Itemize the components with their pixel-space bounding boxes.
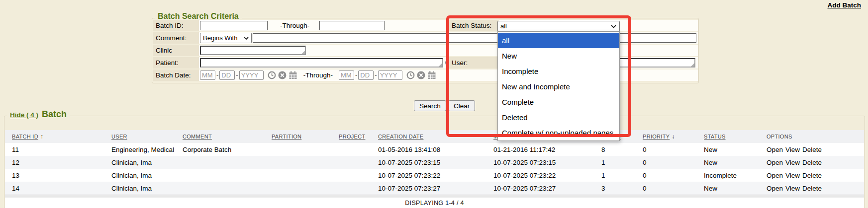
batch-date-to-yyyy-input[interactable] [378, 70, 402, 80]
batch-date-label: Batch Date: [153, 69, 199, 81]
cell-user: Clinician, Ima [111, 172, 183, 179]
cell-comment: Corporate Batch [183, 146, 272, 153]
batch-status-select[interactable]: all [497, 21, 620, 31]
table-row: 13 Clinician, Ima 10-07-2025 07:23:22 10… [5, 169, 864, 182]
batch-status-label: Batch Status: [447, 20, 499, 31]
clinic-location-label: Clinic Location: [153, 45, 199, 56]
cell-creation-date: 10-07-2025 07:23:27 [378, 185, 493, 192]
date-separator: - [236, 71, 238, 79]
batch-date-through-label: -Through- [303, 71, 333, 79]
batch-date-from-dd-input[interactable] [219, 70, 235, 80]
batch-date-from-mm-input[interactable] [200, 70, 215, 80]
clear-button[interactable]: Clear [448, 100, 475, 111]
view-link[interactable]: View [785, 172, 800, 179]
col-creation-date: CREATION DATE [378, 134, 493, 139]
delete-link[interactable]: Delete [802, 146, 822, 153]
comment-match-value: Begins With [203, 34, 237, 42]
search-button[interactable]: Search [414, 100, 446, 111]
col-project-link[interactable]: PROJECT [339, 134, 365, 139]
calendar-icon[interactable] [289, 71, 297, 79]
col-options: OPTIONS [767, 134, 864, 139]
batch-status-option[interactable]: Complete w/ non-uploaded pages [498, 125, 619, 140]
col-comment-link[interactable]: COMMENT [183, 134, 212, 139]
batch-results-legend: Hide ( 4 )Batch [7, 109, 70, 120]
chevron-down-icon [611, 25, 616, 28]
batch-status-option[interactable]: New [498, 48, 619, 64]
col-user-link[interactable]: USER [111, 134, 127, 139]
batch-id-from-field [200, 21, 268, 30]
cell-modification-date: 10-07-2025 07:23:27 [493, 185, 601, 192]
col-priority-link[interactable]: PRIORITY [643, 134, 670, 139]
batch-status-option[interactable]: New and Incomplete [498, 79, 619, 94]
cell-status: New [704, 146, 767, 153]
cell-status: Incomplete [704, 172, 767, 179]
col-partition-link[interactable]: PARTITION [272, 134, 301, 139]
cell-status: New [704, 159, 767, 166]
batch-id-to-field [319, 21, 385, 30]
table-row: 11 Engineering, Medical Corporate Batch … [5, 143, 864, 156]
batch-id-from-input[interactable] [200, 21, 268, 30]
col-creation-date-link[interactable]: CREATION DATE [378, 134, 424, 139]
batch-status-dropdown: all New Incomplete New and Incomplete Co… [497, 31, 620, 141]
clinic-location-input[interactable] [200, 46, 306, 55]
cell-pages: 1 [601, 172, 643, 179]
cell-modification-date: 10-07-2025 07:23:15 [493, 159, 601, 166]
view-link[interactable]: View [785, 159, 800, 166]
cell-options: OpenViewDelete [767, 172, 864, 179]
comment-match-select[interactable]: Begins With [200, 33, 252, 43]
batch-id-through-label: -Through- [280, 20, 309, 31]
batch-date-to-mm-input[interactable] [339, 70, 354, 80]
batch-date-to-dd-input[interactable] [358, 70, 374, 80]
view-link[interactable]: View [785, 185, 800, 192]
cell-priority: 0 [643, 159, 704, 166]
cell-creation-date: 10-07-2025 07:23:15 [378, 159, 493, 166]
col-partition: PARTITION [272, 134, 339, 139]
open-link[interactable]: Open [767, 185, 783, 192]
batch-date-from-yyyy-input[interactable] [239, 70, 264, 80]
view-link[interactable]: View [785, 146, 800, 153]
cell-priority: 0 [643, 146, 704, 153]
open-link[interactable]: Open [767, 146, 783, 153]
col-batch-id-link[interactable]: BATCH ID [12, 134, 38, 139]
delete-link[interactable]: Delete [802, 172, 822, 179]
delete-link[interactable]: Delete [802, 185, 822, 192]
batch-status-option[interactable]: Incomplete [498, 64, 619, 79]
batch-id-to-input[interactable] [319, 21, 385, 30]
cell-priority: 0 [643, 185, 704, 192]
comment-input[interactable] [253, 33, 696, 43]
patient-input[interactable] [200, 58, 443, 68]
cell-batch-id: 13 [12, 172, 111, 179]
batch-status-option[interactable]: Complete [498, 94, 619, 110]
cell-creation-date: 10-07-2025 07:23:22 [378, 172, 493, 179]
open-link[interactable]: Open [767, 172, 783, 179]
col-project: PROJECT [339, 134, 378, 139]
col-user: USER [111, 134, 183, 139]
date-separator: - [355, 71, 357, 79]
cell-status: New [704, 185, 767, 192]
col-status-link[interactable]: STATUS [704, 134, 726, 139]
cell-pages: 3 [601, 185, 643, 192]
table-row: 12 Clinician, Ima 10-07-2025 07:23:15 10… [5, 156, 864, 169]
delete-link[interactable]: Delete [802, 159, 822, 166]
col-options-label: OPTIONS [767, 134, 792, 139]
cell-batch-id: 12 [12, 159, 111, 166]
table-header-row: BATCH ID↑ USER COMMENT PARTITION PROJECT… [5, 130, 864, 143]
batch-status-selected-value: all [500, 22, 507, 30]
open-link[interactable]: Open [767, 159, 783, 166]
batch-status-option[interactable]: Deleted [498, 110, 619, 125]
batch-id-label: Batch ID: [153, 20, 199, 31]
time-picker-icon[interactable] [268, 71, 276, 79]
cell-pages: 1 [601, 159, 643, 166]
sort-desc-icon: ↓ [672, 133, 675, 140]
cell-options: OpenViewDelete [767, 159, 864, 166]
cell-creation-date: 01-05-2016 13:41:08 [378, 146, 493, 153]
calendar-icon[interactable] [427, 71, 436, 79]
clear-date-icon[interactable] [278, 71, 287, 79]
clear-date-icon[interactable] [417, 71, 425, 79]
batch-status-option[interactable]: all [498, 33, 619, 48]
add-batch-link[interactable]: Add Batch [828, 1, 862, 9]
cell-modification-date: 10-07-2025 07:23:22 [493, 172, 601, 179]
time-picker-icon[interactable] [406, 71, 415, 79]
cell-batch-id: 11 [12, 146, 111, 153]
hide-results-link[interactable]: Hide ( 4 ) [10, 111, 38, 119]
